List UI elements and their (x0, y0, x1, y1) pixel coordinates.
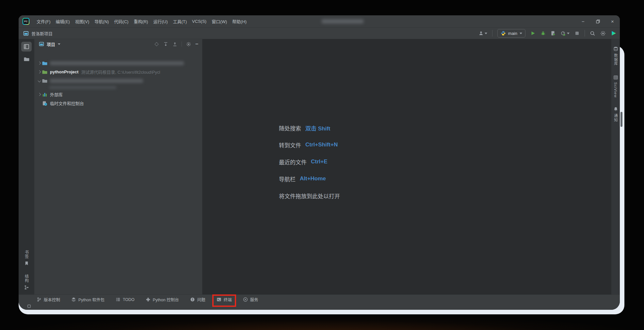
desktop-glow (0, 315, 644, 330)
tool-window-button[interactable]: SciView (613, 75, 618, 98)
menu-item[interactable]: 编辑(E) (53, 17, 72, 26)
folder-gray-icon (42, 78, 47, 83)
tool-window-button[interactable] (21, 54, 32, 64)
search-everywhere-icon[interactable] (590, 31, 595, 36)
tree-chevron[interactable] (36, 80, 42, 82)
menu-item[interactable]: 文件(F) (34, 17, 53, 26)
status-bar (19, 304, 620, 310)
header-separator (182, 41, 182, 47)
profiler-icon (561, 31, 566, 36)
python-logo-icon (501, 31, 506, 36)
tool-window-button-generic[interactable]: Python 控制台 (146, 296, 179, 303)
shortcut-label: 转到文件 (279, 141, 301, 149)
settings-gear-icon[interactable] (600, 31, 606, 36)
menu-item[interactable]: 窗口(W) (209, 17, 230, 26)
tree-item-description: 测试源代码根目录, C:\Users\fit2cloud\Pycl (81, 69, 160, 75)
toolbar-separator (585, 30, 585, 37)
menu-item[interactable]: 帮助(H) (230, 17, 249, 26)
menu-item[interactable]: 重构(R) (131, 17, 151, 26)
quick-access-icon[interactable] (27, 304, 31, 308)
menu-item[interactable]: 代码(C) (111, 17, 131, 26)
project-panel-title[interactable]: 项目 (47, 41, 55, 47)
main-toolbar: 普洛斯项目 main (19, 28, 620, 39)
gradient-triangle-icon[interactable] (611, 30, 617, 36)
shortcut-label: 最近的文件 (279, 158, 307, 166)
panel-settings-gear-icon[interactable] (186, 42, 191, 47)
tool-window-button-generic[interactable]: 服务 (243, 296, 258, 303)
folder-blue-icon (42, 61, 47, 66)
tree-row[interactable] (34, 76, 202, 85)
tool-window-button[interactable]: 数据库 (613, 46, 618, 66)
tree-row[interactable]: 临时文件和控制台 (34, 99, 202, 108)
menu-item[interactable]: VCS(S) (189, 18, 209, 25)
restore-button[interactable] (590, 15, 605, 27)
stop-button[interactable] (574, 31, 580, 36)
collapse-all-icon[interactable] (172, 42, 177, 47)
tool-window-label: 版本控制 (44, 296, 60, 303)
tool-window-label: SciView (614, 82, 618, 98)
tree-row[interactable]: pythonProject测试源代码根目录, C:\Users\fit2clou… (34, 68, 202, 76)
close-button[interactable]: × (605, 15, 620, 27)
tool-window-label: 书签 (24, 250, 29, 259)
desktop-background: PC 文件(F)编辑(E)视图(V)导航(N)代码(C)重构(R)运行(U)工具… (0, 0, 644, 330)
run-button[interactable] (530, 31, 536, 36)
chevron-down-icon (520, 33, 522, 34)
tool-window-button[interactable]: 结构 (24, 274, 29, 290)
left-bar-bottom-group: 书签结构 (24, 250, 29, 290)
shortcut-hint-line: 随处搜索双击 Shift (279, 119, 340, 136)
tree-item-name: 外部库 (50, 91, 63, 98)
tool-window-button[interactable] (21, 42, 32, 52)
chevron-right-icon (38, 70, 41, 74)
tool-window-button-generic[interactable]: TODO (116, 297, 135, 302)
shortcut-hint-line: 转到文件Ctrl+Shift+N (279, 136, 340, 153)
tool-window-button[interactable]: 通知 (613, 107, 618, 122)
menu-bar: 文件(F)编辑(E)视图(V)导航(N)代码(C)重构(R)运行(U)工具(T)… (34, 17, 249, 26)
person-icon (478, 31, 484, 36)
tool-window-label: Python 软件包 (78, 296, 105, 303)
todo-icon (116, 297, 121, 302)
redacted-text (49, 86, 116, 89)
tool-window-button-generic[interactable]: 版本控制 (37, 296, 60, 303)
pycharm-logo-icon: PC (23, 18, 29, 25)
menu-item[interactable]: 导航(N) (92, 17, 111, 26)
editor-empty-area: 随处搜索双击 Shift转到文件Ctrl+Shift+N最近的文件Ctrl+E导… (202, 39, 611, 294)
locate-file-icon[interactable] (154, 42, 159, 47)
terminal-highlight-box (212, 294, 236, 307)
services-icon (243, 297, 248, 302)
hide-panel-button[interactable]: − (195, 41, 198, 47)
run-configuration-selector[interactable]: main (497, 29, 525, 38)
run-with-coverage-button[interactable] (551, 31, 556, 36)
shortcut-hint-line: 最近的文件Ctrl+E (279, 153, 340, 170)
tool-window-button-generic[interactable]: 问题 (190, 296, 205, 303)
tool-window-button-generic[interactable]: Python 软件包 (71, 296, 105, 303)
expand-all-icon[interactable] (163, 42, 168, 47)
debug-button[interactable] (540, 31, 546, 36)
menu-item[interactable]: 视图(V) (72, 17, 92, 26)
chevron-down-icon[interactable] (58, 43, 60, 45)
minimize-button[interactable]: − (576, 15, 590, 27)
left-tool-window-bar: 书签结构 (19, 39, 34, 294)
tree-chevron[interactable] (36, 71, 42, 73)
tree-chevron[interactable] (36, 93, 42, 96)
profiler-button[interactable] (561, 31, 570, 36)
tool-window-label: 通知 (613, 114, 618, 122)
sciview-icon (613, 75, 618, 80)
menu-item[interactable]: 运行(U) (151, 17, 170, 26)
project-name-label[interactable]: 普洛斯项目 (31, 30, 53, 37)
tool-window-label: 结构 (24, 274, 29, 283)
shortcut-keys: Ctrl+E (311, 158, 328, 165)
pycharm-window: PC 文件(F)编辑(E)视图(V)导航(N)代码(C)重构(R)运行(U)工具… (19, 15, 620, 310)
tool-window-label: 服务 (250, 296, 258, 303)
packages-icon (71, 297, 76, 302)
branch-icon (37, 297, 41, 302)
tree-row[interactable]: 外部库 (34, 90, 202, 99)
tool-window-button-terminal[interactable]: 终端 (217, 296, 232, 303)
tool-window-button[interactable]: 书签 (24, 250, 29, 266)
user-account-button[interactable] (478, 31, 487, 36)
run-config-name: main (508, 31, 517, 36)
right-scrollbar-thumb[interactable] (620, 112, 622, 127)
tree-chevron[interactable] (36, 62, 42, 64)
shortcut-keys: Ctrl+Shift+N (305, 142, 338, 148)
tree-row[interactable] (34, 59, 202, 68)
menu-item[interactable]: 工具(T) (170, 17, 189, 26)
